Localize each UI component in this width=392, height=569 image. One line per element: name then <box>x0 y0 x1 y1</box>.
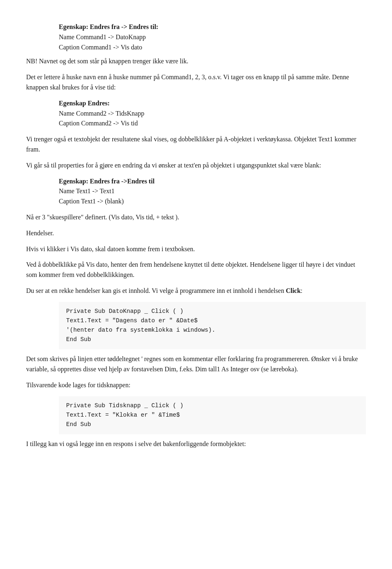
kommentar-paragraph: Det som skrives på linjen etter tøddelte… <box>26 354 366 375</box>
code-block-tidsknapp: Private Sub Tidsknapp _ Click ( ) Text1.… <box>59 396 366 435</box>
caption-text1-blank: Caption Text1 -> (blank) <box>59 198 124 205</box>
klikker-vis-dato-paragraph: Hvis vi klikker i Vis dato, skal datoen … <box>26 244 366 254</box>
nb-paragraph: NB! Navnet og det som står på knappen tr… <box>26 56 366 67</box>
textobjekt-paragraph: Vi trenger også et textobjekt der result… <box>26 134 366 155</box>
tilsvarende-paragraph: Tilsvarende kode lages for tidsknappen: <box>26 380 366 390</box>
properties-paragraph: Vi går så til properties for å gjøre en … <box>26 161 366 171</box>
hendelser-paragraph: Hendelser. <box>26 228 366 239</box>
section-heading-endres: Egenskap: Endres fra -> Endres til: Name… <box>59 22 366 52</box>
click-bold: Click <box>286 287 301 294</box>
page-content: Egenskap: Endres fra -> Endres til: Name… <box>26 22 366 449</box>
egenskap-endres-fra-til-title: Egenskap: Endres fra ->Endres til <box>59 178 154 185</box>
skuespillere-paragraph: Nå er 3 "skuespillere" definert. (Vis da… <box>26 212 366 223</box>
tillegg-paragraph: I tillegg kan vi også legge inn en respo… <box>26 439 366 449</box>
lettere-paragraph: Det er lettere å huske navn enn å huske … <box>26 72 366 93</box>
caption-command2-vis-tid: Caption Command2 -> Vis tid <box>59 120 138 127</box>
property-block-command2: Egenskap Endres: Name Command2 -> TidsKn… <box>59 98 366 129</box>
name-command1-datoknapp: Name Command1 -> DatoKnapp <box>59 33 146 40</box>
caption-command1-vis-dato: Caption Command1 -> Vis dato <box>59 44 142 51</box>
rekke-hendelser-paragraph: Du ser at en rekke hendelser kan gis et … <box>26 286 366 296</box>
dobbelklikke-paragraph: Ved å dobbelklikke på Vis dato, henter d… <box>26 260 366 280</box>
heading-endres-fra-til: Egenskap: Endres fra -> Endres til: <box>59 23 158 30</box>
code-block-datoknapp: Private Sub DatoKnapp _ Click ( ) Text1.… <box>59 302 366 350</box>
property-block-text1: Egenskap: Endres fra ->Endres til Name T… <box>59 176 366 207</box>
name-text1: Name Text1 -> Text1 <box>59 187 114 194</box>
egenskap-endres-title: Egenskap Endres: <box>59 100 110 107</box>
name-command2-tidsknapp: Name Command2 -> TidsKnapp <box>59 110 144 117</box>
